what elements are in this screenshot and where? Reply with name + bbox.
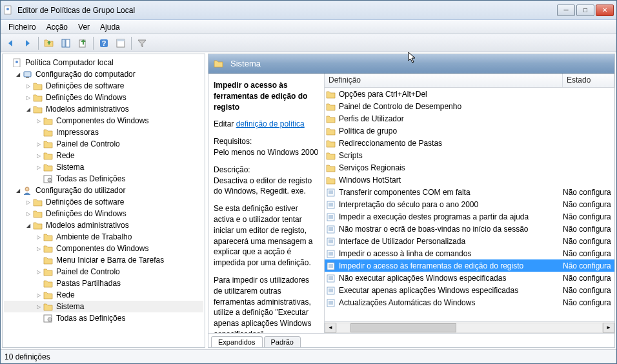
tree-node-pol-tica-computador-local[interactable]: Política Computador local (4, 57, 203, 68)
tree-node-painel-de-controlo[interactable]: ▷Painel de Controlo (4, 266, 203, 278)
expand-toggle[interactable]: ◢ (25, 106, 32, 113)
expand-toggle[interactable]: ▷ (35, 245, 42, 252)
tree-node-impressoras[interactable]: Impressoras (4, 126, 203, 138)
expand-toggle[interactable]: ▷ (35, 268, 42, 276)
list-row[interactable]: Executar apenas aplicações Windows espec… (325, 284, 614, 296)
tree-node-sistema[interactable]: ▷Sistema (4, 161, 203, 173)
tree-view-button[interactable] (58, 36, 74, 50)
tree-node-menu-iniciar-e-barra-de-tarefas[interactable]: Menu Iniciar e Barra de Tarefas (4, 254, 203, 266)
user-icon (23, 186, 33, 195)
expand-toggle[interactable]: ▷ (35, 164, 42, 171)
expand-toggle[interactable]: ▷ (35, 117, 42, 125)
expand-toggle[interactable]: ▷ (25, 210, 32, 217)
detail-pane: Impedir o acesso às ferramentas de ediçã… (208, 74, 325, 333)
tree-node-componentes-do-windows[interactable]: ▷Componentes do Windows (4, 115, 203, 126)
tree-node-modelos-administrativos[interactable]: ◢Modelos administrativos (4, 103, 203, 115)
tree-node-defini-es-de-software[interactable]: ▷Definições de software (4, 80, 203, 92)
scroll-thumb[interactable] (350, 323, 456, 332)
col-definition[interactable]: Definição (325, 74, 563, 87)
filter-button[interactable] (134, 36, 150, 50)
close-button[interactable]: ✕ (596, 5, 614, 16)
expand-toggle[interactable]: ◢ (14, 71, 21, 78)
view-tabs: Expandidos Padrão (208, 333, 614, 347)
tree-node-defini-es-de-software[interactable]: ▷Definições de software (4, 196, 203, 208)
tree-node-defini-es-do-windows[interactable]: ▷Definições do Windows (4, 208, 203, 219)
tree-node-modelos-administrativos[interactable]: ◢Modelos administrativos (4, 219, 203, 231)
list-row[interactable]: Opções para Ctrl+Alt+Del (325, 88, 614, 100)
tree-node-todas-as-defini-es[interactable]: Todas as Definições (4, 173, 203, 185)
expand-toggle[interactable]: ▷ (25, 199, 32, 206)
right-panel: Sistema Impedir o acesso às ferramentas … (208, 54, 615, 348)
expand-toggle[interactable]: ◢ (25, 222, 32, 229)
settings-icon (43, 314, 54, 323)
minimize-button[interactable]: ─ (557, 5, 575, 16)
expand-toggle[interactable]: ▷ (35, 152, 42, 159)
tree-label: Impressoras (56, 128, 99, 137)
forward-button[interactable] (20, 36, 35, 50)
horizontal-scrollbar[interactable]: ◄ ► (325, 321, 614, 333)
list-row[interactable]: Windows HotStart (325, 174, 614, 186)
tree-node-configura-o-do-utilizador[interactable]: ◢Configuração do utilizador (4, 185, 203, 196)
expand-toggle[interactable]: ▷ (35, 234, 42, 241)
expand-toggle[interactable]: ▷ (25, 94, 32, 101)
tree-node-sistema[interactable]: ▷Sistema (4, 301, 203, 312)
setting-icon (326, 298, 336, 307)
col-state[interactable]: Estado (563, 74, 614, 87)
list-row[interactable]: Não mostrar o ecrã de boas-vindas no iní… (325, 223, 614, 235)
row-name: Perfis de Utilizador (339, 114, 563, 123)
tree-node-pastas-partilhadas[interactable]: Pastas Partilhadas (4, 278, 203, 289)
list-row[interactable]: Serviços Regionais (325, 161, 614, 174)
list-row[interactable]: Scripts (325, 149, 614, 161)
menu-view[interactable]: Ver (73, 21, 95, 33)
folder-icon (33, 81, 43, 90)
folder-icon (214, 59, 225, 69)
tree-panel[interactable]: Política Computador local◢Configuração d… (2, 54, 205, 348)
expand-toggle[interactable]: ▷ (25, 83, 32, 90)
tree-node-painel-de-controlo[interactable]: ▷Painel de Controlo (4, 138, 203, 150)
list-row[interactable]: Não executar aplicações Windows especifi… (325, 272, 614, 284)
menu-action[interactable]: Acção (41, 21, 73, 33)
list-row[interactable]: Política de grupo (325, 125, 614, 137)
tree-node-componentes-do-windows[interactable]: ▷Componentes do Windows (4, 243, 203, 254)
edit-policy-link[interactable]: definição de política (236, 119, 305, 128)
help-button[interactable]: ? (96, 36, 112, 50)
scroll-right-button[interactable]: ► (603, 323, 614, 333)
list-row[interactable]: Interpretação do século para o ano 2000N… (325, 198, 614, 210)
scroll-left-button[interactable]: ◄ (325, 323, 336, 333)
list-row[interactable]: Perfis de Utilizador (325, 112, 614, 125)
folder-icon (33, 197, 43, 207)
expand-toggle (35, 280, 42, 287)
menu-file[interactable]: Ficheiro (3, 21, 41, 33)
maximize-button[interactable]: □ (576, 5, 594, 16)
expand-toggle[interactable]: ▷ (35, 303, 42, 310)
list-row[interactable]: Redireccionamento de Pastas (325, 137, 614, 149)
list-row[interactable]: Interface de Utilizador PersonalizadaNão… (325, 235, 614, 247)
list-row[interactable]: Impedir o acesso à linha de comandosNão … (325, 247, 614, 259)
tab-standard[interactable]: Padrão (264, 336, 301, 348)
export-button[interactable] (75, 36, 90, 50)
list-row[interactable]: Impedir a execução destes programas a pa… (325, 210, 614, 223)
setting-icon (326, 225, 336, 234)
row-name: Impedir o acesso às ferramentas de ediçã… (339, 261, 563, 270)
list-row[interactable]: Actualizações Automáticas do WindowsNão … (325, 296, 614, 308)
up-button[interactable] (41, 36, 57, 50)
tree-node-todas-as-defini-es[interactable]: Todas as Definições (4, 312, 203, 324)
tree-node-configura-o-do-computador[interactable]: ◢Configuração do computador (4, 68, 203, 80)
back-button[interactable] (3, 36, 19, 50)
list-row[interactable]: Impedir o acesso às ferramentas de ediçã… (325, 259, 614, 272)
list-row[interactable]: Transferir componentes COM em faltaNão c… (325, 186, 614, 198)
list-row[interactable]: Painel de Controlo de Desempenho (325, 100, 614, 112)
tree-node-defini-es-do-windows[interactable]: ▷Definições do Windows (4, 92, 203, 103)
properties-button[interactable] (113, 36, 128, 50)
expand-toggle[interactable]: ▷ (35, 292, 42, 299)
tab-expanded[interactable]: Expandidos (211, 336, 263, 348)
list-body[interactable]: Opções para Ctrl+Alt+DelPainel de Contro… (325, 88, 614, 321)
tree-node-rede[interactable]: ▷Rede (4, 150, 203, 161)
expand-toggle[interactable]: ◢ (14, 187, 21, 194)
list-pane: Definição Estado Opções para Ctrl+Alt+De… (325, 74, 614, 333)
expand-toggle[interactable]: ▷ (35, 141, 42, 148)
tree-node-ambiente-de-trabalho[interactable]: ▷Ambiente de Trabalho (4, 231, 203, 243)
menu-help[interactable]: Ajuda (95, 21, 125, 33)
row-name: Serviços Regionais (339, 163, 563, 172)
tree-node-rede[interactable]: ▷Rede (4, 289, 203, 301)
